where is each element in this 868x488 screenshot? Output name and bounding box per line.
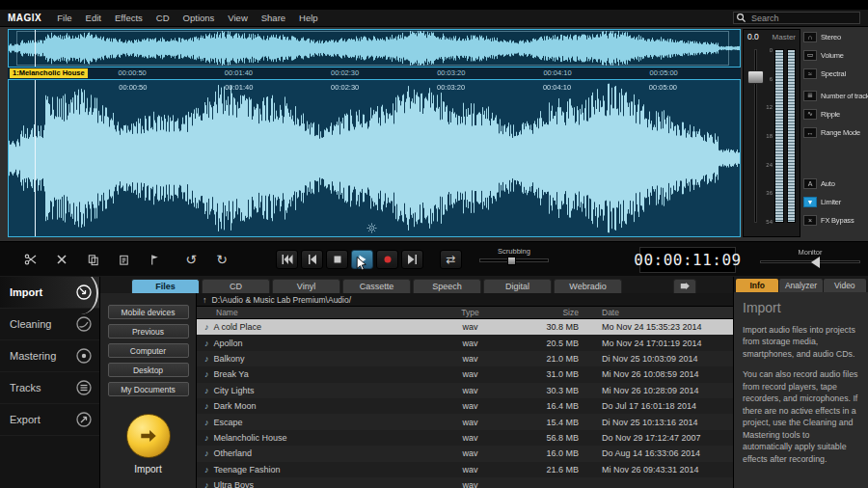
record-button[interactable]: [376, 250, 398, 269]
previous-button[interactable]: Previous: [108, 324, 189, 339]
cut-button[interactable]: [19, 249, 42, 270]
loop-playback-button[interactable]: ⇄: [440, 250, 462, 269]
sidebar-item-label: Mastering: [10, 350, 75, 362]
stereo-button[interactable]: ∩ Stereo: [803, 31, 868, 42]
tab-speech[interactable]: Speech: [413, 279, 481, 293]
mobile-devices-button[interactable]: Mobile devices: [108, 305, 189, 319]
column-header-size[interactable]: Size: [506, 308, 588, 317]
column-header-type[interactable]: Type: [434, 308, 506, 317]
marker-flag-icon: [149, 254, 161, 266]
file-row[interactable]: ♪Ultra Boys wav: [197, 477, 733, 488]
file-row[interactable]: ♪Balkony wav 21.0 MB Di Nov 25 10:03:09 …: [197, 351, 733, 366]
limiter-button[interactable]: ▼ Limiter: [803, 196, 868, 207]
sidebar-item-cleaning[interactable]: Cleaning: [0, 309, 99, 340]
overview-playhead[interactable]: [35, 30, 36, 67]
sidebar-item-import[interactable]: Import: [0, 277, 99, 309]
tab-cassette[interactable]: Cassette: [342, 279, 411, 293]
number-of-tracks-button[interactable]: ≣ Number of tracks: [803, 90, 868, 101]
file-row[interactable]: ♪Otherland wav 16.0 MB Do Aug 14 16:33:0…: [197, 446, 733, 461]
scrubbing-handle[interactable]: [507, 257, 516, 265]
monitor-handle[interactable]: [811, 257, 820, 268]
column-header-date[interactable]: Date: [588, 308, 733, 317]
tab-vinyl[interactable]: Vinyl: [272, 279, 340, 293]
automation-gear-icon[interactable]: [366, 223, 377, 233]
ripple-label: Ripple: [821, 110, 840, 119]
tab-digital[interactable]: Digital: [483, 279, 552, 293]
main-sidebar: Import Cleaning Mastering Tracks Export: [0, 277, 100, 488]
file-size: 30.8 MB: [506, 322, 588, 332]
file-row[interactable]: ♪Melancholic House wav 56.8 MB Do Nov 29…: [197, 430, 733, 446]
search-placeholder: Search: [747, 14, 779, 23]
range-mode-button[interactable]: ↔ Range Mode: [803, 126, 868, 138]
search-input[interactable]: Search: [733, 12, 860, 24]
paste-icon: [118, 254, 130, 266]
redo-icon: ↻: [216, 253, 228, 266]
scrubbing-slider[interactable]: [479, 258, 549, 262]
menu-file[interactable]: File: [57, 13, 71, 23]
track-waveform-area[interactable]: 00:00:50 00:01:40 00:02:30 00:03:20 00:0…: [8, 79, 741, 237]
sidebar-item-tracks[interactable]: Tracks: [0, 372, 99, 404]
file-row[interactable]: ♪Break Ya wav 31.0 MB Mi Nov 26 10:08:59…: [197, 366, 733, 382]
file-row[interactable]: ♪Escape wav 15.4 MB Di Nov 25 10:13:16 2…: [197, 414, 733, 429]
tab-info[interactable]: Info: [736, 279, 778, 292]
current-path[interactable]: D:\Audio & Music Lab Premium\Audio/: [212, 295, 352, 305]
column-header-name[interactable]: Name: [197, 308, 434, 317]
time-display: 00:00:11:09: [639, 247, 736, 273]
fx-bypass-button[interactable]: × FX Bypass: [803, 214, 868, 226]
playhead-cursor[interactable]: [35, 80, 36, 236]
menu-view[interactable]: View: [228, 13, 247, 23]
menu-edit[interactable]: Edit: [86, 13, 101, 23]
file-size: 21.0 MB: [506, 354, 588, 364]
tab-overflow-button[interactable]: [673, 279, 696, 293]
time-ruler[interactable]: 1:Melancholic House 00:00:50 00:01:40 00…: [8, 68, 741, 79]
volume-button[interactable]: ▭ Volume: [803, 49, 868, 61]
audio-file-icon: ♪: [204, 401, 209, 411]
undo-button[interactable]: ↺: [179, 249, 203, 270]
track-waveform[interactable]: [9, 80, 740, 236]
file-row[interactable]: ♪Dark Moon wav 16.4 MB Do Jul 17 16:01:1…: [197, 398, 733, 414]
import-icon: [75, 284, 93, 301]
skip-to-start-button[interactable]: [276, 250, 298, 269]
master-fader-handle[interactable]: [747, 70, 764, 84]
delete-button[interactable]: [50, 249, 73, 270]
ripple-button[interactable]: ∿ Ripple: [803, 108, 868, 120]
mastering-icon: [75, 347, 93, 365]
tab-analyzer[interactable]: Analyzer: [779, 279, 822, 292]
desktop-button[interactable]: Desktop: [108, 363, 189, 377]
number-of-tracks-label: Number of tracks: [821, 92, 868, 100]
clip-name-tag[interactable]: 1:Melancholic House: [10, 68, 88, 78]
import-files-button[interactable]: [126, 414, 171, 458]
menu-options[interactable]: Options: [183, 13, 215, 23]
paste-button[interactable]: [112, 249, 135, 270]
view-range-box[interactable]: [16, 31, 729, 66]
up-directory-icon[interactable]: ↑: [203, 295, 207, 305]
sidebar-item-mastering[interactable]: Mastering: [0, 340, 99, 372]
volume-label: Volume: [821, 51, 844, 60]
tab-video[interactable]: Video: [824, 279, 866, 292]
tab-webradio[interactable]: Webradio: [554, 279, 622, 293]
tab-files[interactable]: Files: [131, 279, 200, 293]
volume-icon: ▭: [803, 50, 817, 61]
marker-button[interactable]: [143, 249, 166, 270]
my-documents-button[interactable]: My Documents: [108, 382, 189, 396]
file-row[interactable]: ♪Apollon wav 20.5 MB Mo Nov 24 17:01:19 …: [197, 335, 733, 350]
menu-effects[interactable]: Effects: [115, 13, 143, 23]
project-overview[interactable]: [8, 29, 741, 68]
copy-button[interactable]: [81, 249, 104, 270]
menu-cd[interactable]: CD: [156, 13, 170, 23]
file-row[interactable]: ♪City Lights wav 30.3 MB Mi Nov 26 10:28…: [197, 383, 733, 398]
menu-help[interactable]: Help: [299, 13, 318, 23]
menu-share[interactable]: Share: [261, 13, 285, 23]
redo-button[interactable]: ↻: [210, 249, 233, 270]
stop-button[interactable]: [326, 250, 348, 269]
monitor-slider[interactable]: [760, 260, 860, 263]
tab-cd[interactable]: CD: [202, 279, 270, 293]
auto-button[interactable]: A Auto: [803, 177, 868, 189]
spectral-button[interactable]: ≈ Spectral: [803, 68, 868, 79]
skip-to-end-button[interactable]: [401, 250, 423, 269]
sidebar-item-export[interactable]: Export: [0, 404, 99, 436]
previous-object-button[interactable]: [301, 250, 323, 269]
file-row[interactable]: ♪Teenage Fashion wav 21.6 MB Mi Nov 26 0…: [197, 462, 733, 477]
computer-button[interactable]: Computer: [108, 343, 189, 358]
file-row[interactable]: ♪A cold Place wav 30.8 MB Mo Nov 24 15:3…: [197, 319, 733, 335]
